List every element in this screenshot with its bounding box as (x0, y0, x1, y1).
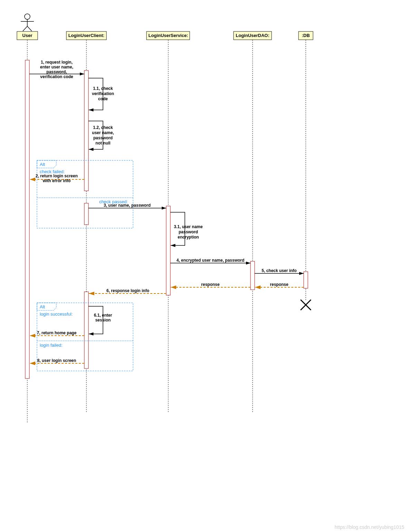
destroy-icon (301, 300, 311, 310)
message-6: 6, response login info (89, 288, 166, 293)
svg-text:4, encrypted user name, passwo: 4, encrypted user name, password (177, 258, 245, 263)
svg-text:7, return home page: 7, return home page (37, 330, 77, 335)
svg-text:LoginUserService:: LoginUserService: (149, 33, 188, 38)
response-dao-service: response (171, 282, 250, 287)
svg-text:encryption: encryption (178, 235, 199, 240)
watermark-text: https://blog.csdn.net/yubing1015 (334, 524, 404, 530)
svg-text:Alt: Alt (40, 162, 45, 167)
svg-text:5, check user info: 5, check user info (262, 268, 296, 273)
participant-dao: LoginUserDAO: (234, 31, 272, 40)
message-5: 5, check user info (255, 268, 304, 273)
svg-text:LoginUserClient:: LoginUserClient: (68, 33, 105, 38)
message-4: 4, encrypted user name, password (170, 258, 250, 263)
svg-text:session: session (95, 318, 111, 323)
message-2: 2, return login screen with error info (30, 174, 84, 183)
svg-text:with error info: with error info (42, 178, 71, 183)
message-1-1: 1.1, check verification code (88, 78, 114, 110)
message-3-1: 3.1, user name password encryption (170, 212, 203, 245)
message-1-2: 1.2, check user name, password not null (88, 121, 114, 149)
svg-text:User: User (22, 33, 32, 38)
message-8: 8, user login screen (30, 358, 84, 363)
svg-line-3 (23, 26, 27, 31)
svg-text:password: password (93, 136, 113, 140)
svg-point-0 (25, 14, 30, 19)
svg-text:not null: not null (95, 141, 110, 146)
svg-text:1.1, check: 1.1, check (93, 86, 113, 91)
activation-client-1 (84, 71, 88, 191)
svg-text:password: password (179, 230, 198, 234)
svg-text:6.1, enter: 6.1, enter (94, 313, 112, 318)
svg-text:LoginUserDAO:: LoginUserDAO: (236, 33, 269, 38)
actor-icon (21, 14, 34, 31)
activation-client-2 (84, 203, 88, 225)
svg-text:3, user name, password: 3, user name, password (104, 203, 151, 208)
message-1: 1, request login, enter user name, passw… (29, 60, 84, 79)
participant-user: User (17, 31, 38, 40)
svg-text:password,: password, (46, 69, 67, 74)
activation-client-3 (84, 292, 88, 368)
svg-text:verification code: verification code (40, 74, 73, 79)
participant-service: LoginUserService: (146, 31, 190, 40)
activation-db (304, 272, 308, 288)
svg-text:enter user name,: enter user name, (40, 65, 73, 69)
message-7: 7, return home page (30, 330, 84, 336)
svg-line-4 (27, 26, 32, 31)
activation-service (166, 206, 170, 295)
svg-text:8, user login screen: 8, user login screen (37, 358, 76, 363)
svg-text:1.2, check: 1.2, check (93, 125, 113, 130)
participant-client: LoginUserClient: (66, 31, 106, 40)
svg-text:response: response (270, 282, 288, 287)
svg-text:Alt: Alt (40, 304, 45, 309)
svg-text:3.1, user name: 3.1, user name (174, 224, 203, 229)
activation-dao (250, 261, 255, 290)
response-db-dao: response (255, 282, 304, 287)
activation-user (25, 60, 29, 379)
svg-text:user name,: user name, (92, 130, 114, 135)
svg-text:code: code (98, 96, 108, 101)
svg-text:login successful:: login successful: (40, 311, 73, 317)
svg-text:login failed:: login failed: (40, 343, 63, 348)
svg-text:2, return login screen: 2, return login screen (36, 174, 78, 178)
svg-text:1, request login,: 1, request login, (41, 60, 73, 65)
participant-db: :DB (299, 31, 313, 40)
message-6-1: 6.1, enter session (88, 306, 112, 334)
svg-text:verification: verification (92, 91, 114, 96)
svg-text::DB: :DB (302, 33, 310, 38)
svg-text:6, response login info: 6, response login info (106, 288, 149, 293)
svg-text:response: response (201, 282, 220, 287)
